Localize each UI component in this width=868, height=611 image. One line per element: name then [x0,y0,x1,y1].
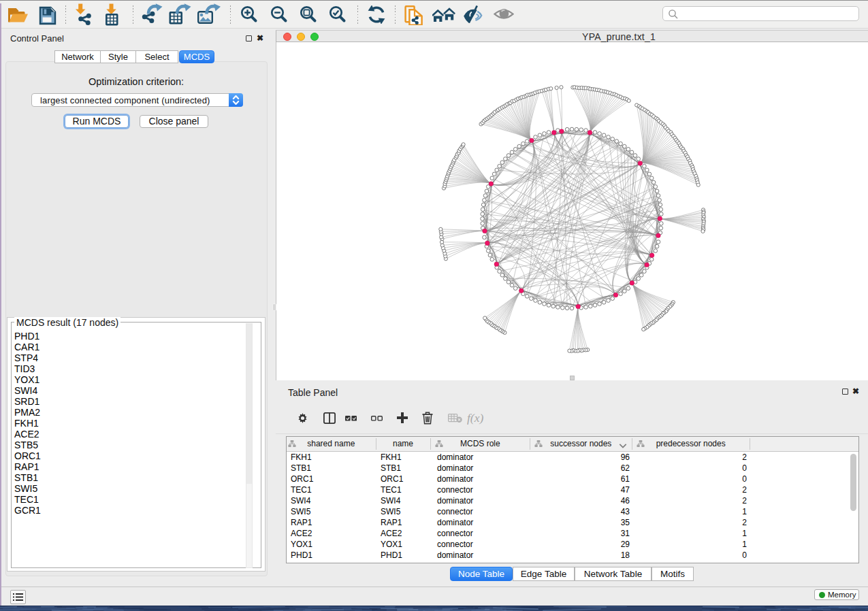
svg-text:f(x): f(x) [467,411,483,425]
